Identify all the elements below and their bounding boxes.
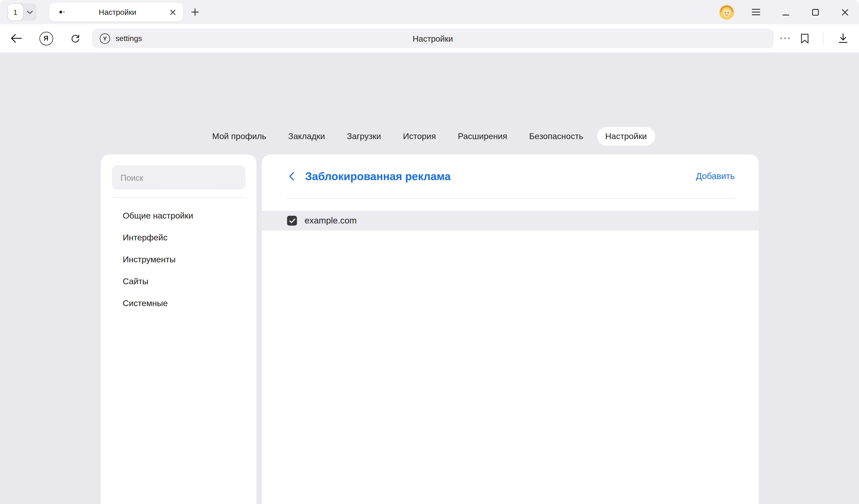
avatar[interactable] [719, 5, 734, 19]
browser-window: 1 Настройки [0, 0, 859, 504]
nav-tab-bookmarks[interactable]: Закладки [280, 127, 333, 146]
nav-tab-history[interactable]: История [395, 127, 444, 146]
chevron-left-icon [289, 172, 294, 181]
window-controls [719, 0, 852, 24]
plus-icon [191, 8, 199, 16]
list-item[interactable]: example.com [262, 211, 759, 231]
sidebar-item-tools[interactable]: Инструменты [101, 248, 256, 271]
nav-tab-downloads[interactable]: Загрузки [339, 127, 389, 146]
more-actions-button[interactable] [778, 31, 793, 46]
sidebar-divider [112, 197, 245, 198]
panel-title: Заблокированная реклама [305, 170, 451, 183]
sidebar-item-sites[interactable]: Сайты [101, 271, 256, 292]
add-button[interactable]: Добавить [696, 171, 735, 181]
settings-sidebar: Общие настройки Интерфейс Инструменты Са… [101, 154, 256, 504]
back-button[interactable] [9, 31, 24, 46]
toolbar-divider [823, 32, 824, 44]
bookmark-button[interactable] [797, 31, 812, 46]
chevron-down-icon [27, 10, 33, 14]
tab-title: Настройки [65, 8, 170, 17]
blocked-list: example.com [262, 199, 759, 504]
sidebar-list: Общие настройки Интерфейс Инструменты Са… [101, 205, 256, 314]
nav-tab-profile[interactable]: Мой профиль [204, 127, 275, 146]
hamburger-icon [752, 9, 760, 15]
close-window-button[interactable] [837, 4, 852, 19]
bookmark-icon [800, 33, 809, 43]
maximize-icon [812, 9, 819, 16]
minimize-button[interactable] [778, 4, 793, 19]
tab-close-icon[interactable] [170, 9, 176, 15]
new-tab-button[interactable] [187, 4, 202, 19]
settings-page: Мой профиль Закладки Загрузки История Ра… [0, 52, 859, 504]
blocked-ads-panel: Заблокированная реклама Добавить example… [262, 154, 759, 504]
row-checkbox[interactable] [287, 216, 297, 226]
ellipsis-icon [780, 37, 790, 39]
sidebar-item-system[interactable]: Системные [101, 292, 256, 314]
sidebar-item-interface[interactable]: Интерфейс [101, 227, 256, 248]
browser-menu-button[interactable] [749, 4, 764, 19]
url-text[interactable]: settings [116, 34, 142, 43]
sidebar-item-general[interactable]: Общие настройки [101, 205, 256, 227]
settings-nav: Мой профиль Закладки Загрузки История Ра… [0, 127, 859, 146]
reload-icon [70, 33, 80, 43]
browser-tab-settings[interactable]: Настройки [49, 3, 183, 21]
tab-counter[interactable]: 1 [7, 3, 37, 21]
row-label: example.com [304, 216, 357, 226]
nav-tab-extensions[interactable]: Расширения [450, 127, 515, 146]
gear-icon [57, 8, 65, 17]
site-favicon-icon: Y [100, 33, 110, 43]
downloads-button[interactable] [835, 31, 850, 46]
tab-strip: 1 Настройки [0, 0, 859, 24]
nav-tab-security[interactable]: Безопасность [521, 127, 592, 146]
download-icon [838, 33, 849, 43]
minimize-icon [782, 9, 789, 16]
tab-counter-value[interactable]: 1 [7, 3, 24, 21]
address-bar[interactable]: Y settings Настройки [92, 29, 773, 48]
back-arrow-icon [11, 34, 22, 43]
check-icon [289, 218, 295, 223]
yandex-logo-icon: Я [39, 32, 53, 45]
maximize-button[interactable] [808, 4, 823, 19]
toolbar: Я Y settings Настройки [0, 24, 859, 52]
sidebar-search[interactable] [112, 165, 245, 189]
reload-button[interactable] [67, 31, 83, 46]
yandex-home-button[interactable]: Я [39, 31, 54, 46]
search-input[interactable] [120, 173, 237, 182]
close-icon [841, 9, 848, 16]
page-title: Настройки [92, 34, 773, 43]
nav-tab-settings[interactable]: Настройки [597, 127, 655, 146]
panel-back-button[interactable] [286, 171, 297, 182]
panel-header: Заблокированная реклама Добавить [262, 154, 759, 198]
